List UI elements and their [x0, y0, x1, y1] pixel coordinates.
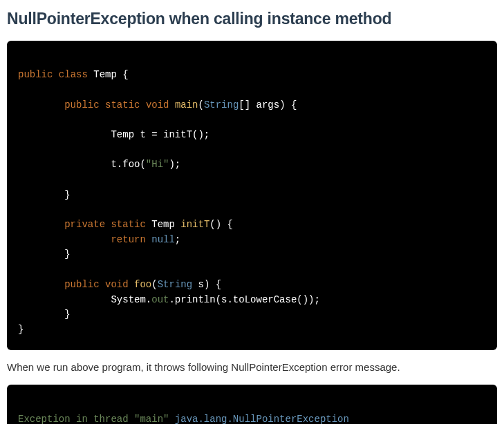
code-block-stacktrace[interactable]: Exception in thread "main" java.lang.Nul…: [7, 385, 497, 424]
explain-paragraph-1: When we run above program, it throws fol…: [7, 360, 497, 376]
code-block-java[interactable]: public class Temp { public static void m…: [7, 41, 497, 350]
section-heading: NullPointerException when calling instan…: [7, 7, 497, 31]
